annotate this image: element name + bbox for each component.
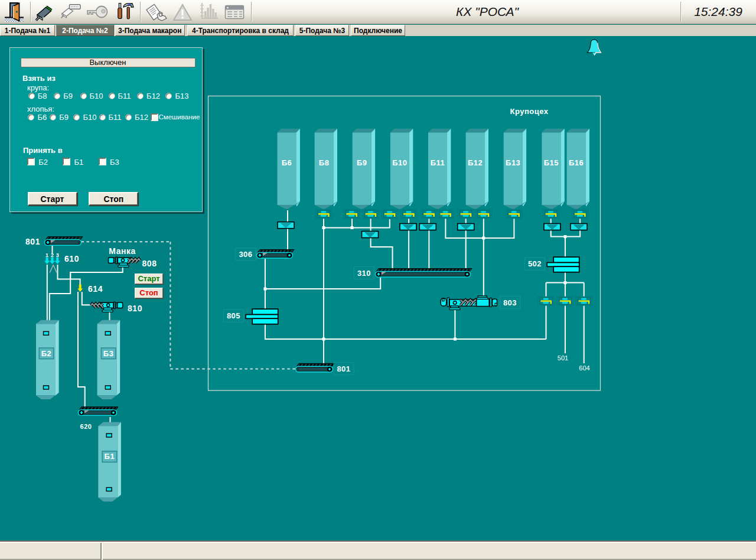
svg-text:2: 2 — [51, 252, 54, 258]
svg-text:310: 310 — [357, 269, 371, 278]
svg-text:Б9: Б9 — [357, 158, 367, 167]
svg-text:501: 501 — [558, 354, 568, 362]
svg-text:Манка: Манка — [109, 246, 135, 256]
svg-text:1: 1 — [45, 252, 48, 258]
svg-text:Б6: Б6 — [282, 158, 292, 167]
svg-text:Б1: Б1 — [105, 452, 115, 461]
svg-text:Б3: Б3 — [103, 349, 114, 358]
svg-text:Б10: Б10 — [392, 158, 407, 167]
svg-text:810: 810 — [128, 304, 142, 313]
svg-text:502: 502 — [528, 259, 542, 268]
svg-text:Б8: Б8 — [319, 158, 330, 167]
svg-text:620: 620 — [80, 423, 92, 430]
svg-text:Крупоцех: Крупоцех — [510, 107, 548, 116]
svg-text:3: 3 — [56, 252, 59, 258]
svg-text:Б13: Б13 — [506, 158, 520, 167]
svg-text:Б12: Б12 — [468, 158, 483, 167]
svg-text:801: 801 — [25, 237, 40, 246]
svg-text:604: 604 — [579, 364, 589, 372]
svg-text:614: 614 — [88, 284, 103, 294]
svg-text:Б2: Б2 — [41, 349, 52, 358]
svg-text:Б15: Б15 — [544, 158, 559, 167]
svg-text:306: 306 — [239, 250, 252, 259]
svg-text:801: 801 — [337, 364, 350, 373]
svg-text:Б16: Б16 — [569, 158, 584, 167]
svg-text:805: 805 — [227, 311, 240, 320]
svg-text:808: 808 — [142, 259, 157, 268]
svg-text:803: 803 — [503, 298, 517, 307]
svg-text:Б11: Б11 — [431, 158, 445, 167]
svg-text:610: 610 — [64, 254, 79, 263]
